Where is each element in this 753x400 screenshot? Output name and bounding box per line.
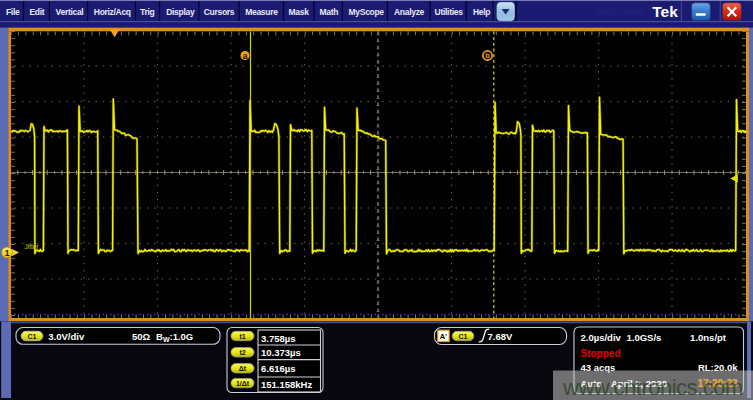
svg-text:151.158kHz: 151.158kHz	[261, 379, 312, 390]
svg-text:www.cntronics.com: www.cntronics.com	[562, 375, 743, 400]
svg-text:MyScope: MyScope	[349, 7, 385, 17]
svg-text:a: a	[243, 51, 248, 61]
svg-text:Measure: Measure	[245, 7, 278, 17]
svg-text:7.68V: 7.68V	[488, 331, 513, 342]
svg-text:BW:1.0G: BW:1.0G	[156, 331, 193, 343]
svg-text:A': A'	[440, 332, 447, 341]
svg-text:Trig: Trig	[140, 7, 154, 17]
svg-text:Stopped: Stopped	[581, 348, 621, 359]
svg-text:Edit: Edit	[29, 7, 44, 17]
svg-text:C1: C1	[28, 333, 37, 340]
svg-text:t1: t1	[239, 333, 245, 340]
svg-text:Mask: Mask	[289, 7, 310, 17]
svg-text:b: b	[485, 51, 490, 60]
svg-text:1: 1	[5, 248, 10, 258]
svg-text:3.758µs: 3.758µs	[261, 333, 296, 344]
svg-text:Cursors: Cursors	[204, 7, 235, 17]
svg-text:C1: C1	[459, 333, 468, 340]
svg-text:1.0ns/pt: 1.0ns/pt	[690, 332, 727, 343]
svg-text:2.0µs/div: 2.0µs/div	[581, 332, 622, 343]
svg-text:t2: t2	[239, 349, 245, 356]
svg-text:Jitter: Jitter	[25, 243, 40, 250]
svg-text:Help: Help	[473, 7, 490, 17]
svg-text:Analyze: Analyze	[394, 7, 425, 17]
svg-text:Display: Display	[166, 7, 195, 17]
svg-text:6.616µs: 6.616µs	[261, 363, 296, 374]
svg-text:3.0V/div: 3.0V/div	[48, 331, 85, 342]
svg-text:Δt: Δt	[239, 365, 247, 372]
svg-text:DPO7104C: DPO7104C	[596, 6, 645, 17]
svg-text:Vertical: Vertical	[56, 7, 84, 17]
svg-text:File: File	[6, 7, 20, 17]
svg-text:Math: Math	[319, 7, 338, 17]
svg-text:1/Δt: 1/Δt	[236, 380, 250, 387]
svg-text:Tek: Tek	[652, 3, 678, 20]
svg-text:Horiz/Acq: Horiz/Acq	[94, 7, 131, 17]
svg-text:Utilities: Utilities	[435, 7, 464, 17]
svg-text:50Ω: 50Ω	[132, 331, 151, 342]
svg-text:10.373µs: 10.373µs	[261, 347, 301, 358]
svg-text:1.0GS/s: 1.0GS/s	[627, 332, 662, 343]
